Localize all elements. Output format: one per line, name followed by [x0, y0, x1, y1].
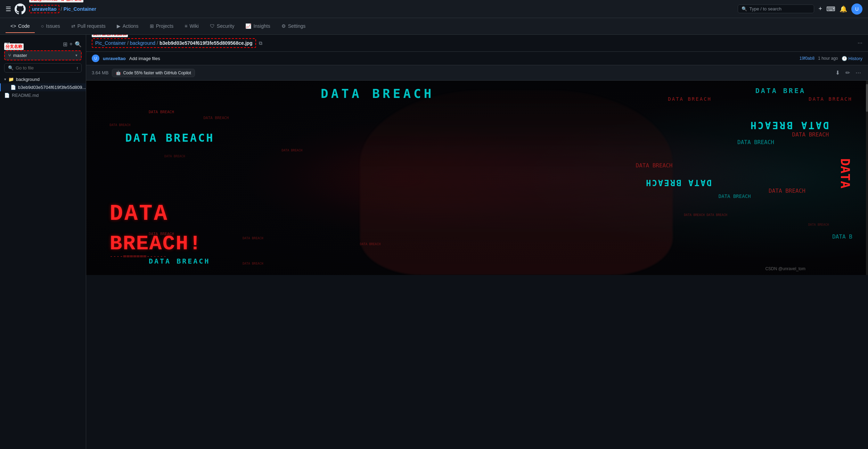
sidebar-add-icon[interactable]: + — [69, 41, 73, 48]
image-viewer: DATA BREACH DATA BREA DATA BREACH DATA B… — [86, 81, 868, 275]
breach-small-2: DATA BREACH — [809, 96, 852, 102]
tab-code[interactable]: <> Code — [6, 20, 35, 33]
breach-mirror-2: DATA BREACH — [645, 178, 712, 188]
commit-hash[interactable]: 19f0ab8 — [800, 56, 814, 61]
breach-center-left: DATA BREACH — [125, 131, 214, 144]
breach-left-3: DATA BREACH — [110, 123, 131, 127]
go-to-file-shortcut: t — [77, 66, 78, 70]
tab-wiki[interactable]: ≡ Wiki — [180, 20, 204, 33]
tab-actions-label: Actions — [123, 23, 139, 29]
tab-settings-label: Settings — [288, 23, 306, 29]
copilot-text: Code 55% faster with GitHub Copilot — [123, 70, 191, 75]
branch-name: master — [13, 53, 27, 58]
commit-author-avatar: U — [92, 55, 99, 62]
tab-security[interactable]: 🛡 Security — [205, 20, 239, 33]
file-size: 3.64 MB — [92, 70, 108, 75]
hamburger-icon[interactable]: ☰ — [6, 5, 11, 13]
avatar[interactable]: U — [851, 3, 862, 15]
history-link[interactable]: 🕐 History — [842, 56, 862, 61]
tab-pull-requests-label: Pull requests — [77, 23, 106, 29]
commit-meta: 19f0ab8 1 hour ago 🕐 History — [800, 56, 862, 61]
branch-icon: ⑂ — [8, 53, 11, 58]
search-icon: 🔍 — [8, 65, 14, 70]
breadcrumb-pic-container[interactable]: Pic_Container — [95, 40, 126, 46]
download-icon[interactable]: ⬇ — [834, 68, 841, 77]
breach-right-vertical: DATA — [838, 158, 852, 189]
commit-author[interactable]: unraveltao — [103, 56, 126, 61]
content-area: Pic_Container / background / b3eb9d03e57… — [86, 35, 868, 449]
commit-message: Add image files — [129, 56, 160, 61]
tab-insights[interactable]: 📈 Insights — [240, 20, 275, 33]
commit-time: 1 hour ago — [818, 56, 838, 61]
breadcrumb-reponame[interactable]: Pic_Container — [64, 6, 96, 12]
sidebar-expand-icon[interactable]: ⊞ — [63, 41, 67, 48]
copilot-icon: 🤖 — [116, 70, 121, 75]
go-to-file-input[interactable] — [16, 65, 75, 70]
folder-chevron-icon: ▾ — [4, 77, 6, 82]
breach-scattered-r1: DATA BREACH DATA BREACH — [684, 213, 727, 217]
tab-settings[interactable]: ⚙ Settings — [277, 20, 311, 33]
branch-selector[interactable]: ⑂ master ▾ — [4, 50, 82, 60]
breach-right-55: DATA BREACH — [769, 188, 805, 194]
readme-name: README.md — [12, 93, 39, 98]
tab-security-label: Security — [217, 23, 235, 29]
scrollbar-thumb[interactable] — [866, 84, 868, 112]
breach-small-scattered-1: DATA BREACH — [282, 149, 303, 152]
tab-actions[interactable]: ▶ Actions — [112, 20, 144, 33]
file-readme[interactable]: 📄 README.md — [0, 91, 86, 99]
plus-icon[interactable]: + — [818, 5, 822, 13]
csdn-watermark: CSDN @unravel_tom — [765, 266, 805, 271]
breadcrumb-filename: b3eb9d03e5704f619f3fe55d809568ce.jpg — [159, 40, 253, 46]
annotation-username: 我的github用户名 — [29, 0, 66, 2]
breadcrumb-separator: / — [61, 6, 62, 12]
more-file-icon[interactable]: ⋯ — [854, 68, 862, 77]
copilot-badge[interactable]: 🤖 Code 55% faster with GitHub Copilot — [112, 69, 195, 77]
breadcrumb-background[interactable]: background — [130, 40, 155, 46]
tab-pull-requests[interactable]: ⇄ Pull requests — [66, 20, 110, 33]
search-placeholder: Type / to search — [749, 6, 781, 11]
sidebar-search-icon[interactable]: 🔍 — [75, 41, 82, 48]
topbar-icons: + ⌨ 🔔 — [818, 5, 847, 13]
edit-icon[interactable]: ✏ — [844, 68, 851, 77]
path-sep-1: / — [127, 40, 129, 46]
figure-silhouette — [360, 90, 673, 275]
sidebar: Files ⊞ + 🔍 ⑂ master ▾ 分支名称 🔍 t ▾ 📁 — [0, 35, 86, 449]
annotation-reponame: 仓库名称 — [64, 0, 83, 2]
tab-insights-label: Insights — [253, 23, 270, 29]
topbar-right: 🔍 Type / to search + ⌨ 🔔 U — [738, 3, 862, 15]
breach-huge-bottom: DATA — [110, 201, 169, 226]
breach-bottom-small-2: DATA BREACH — [360, 242, 381, 246]
history-label: History — [849, 56, 862, 61]
title-top-right: DATA BREA — [755, 86, 805, 95]
file-breadcrumb-wrapper: Pic_Container / background / b3eb9d03e57… — [92, 38, 256, 48]
breadcrumb-username[interactable]: unraveltao — [29, 5, 59, 13]
go-to-file-input-wrapper[interactable]: 🔍 t — [4, 63, 82, 73]
github-logo[interactable] — [15, 3, 26, 15]
breach-bottom-right: DATA B — [832, 233, 852, 240]
more-options-icon[interactable]: ⋯ — [858, 40, 862, 46]
folder-background[interactable]: ▾ 📁 background — [0, 75, 86, 83]
branch-selector-wrapper: ⑂ master ▾ 分支名称 — [4, 50, 82, 60]
security-icon: 🛡 — [210, 23, 215, 29]
scrollbar-track — [866, 81, 868, 275]
file-image[interactable]: 📄 b3eb9d03e5704f619f3fe55d809... — [0, 83, 86, 91]
breach-mirror-right: DATA BREACH — [749, 119, 829, 131]
breach-bottom-small-center: DATA BREACH — [243, 262, 263, 265]
notification-icon[interactable]: 🔔 — [840, 5, 847, 13]
breach-right-normal: DATA BREACH — [737, 139, 774, 145]
tab-projects[interactable]: ⊞ Projects — [145, 20, 179, 33]
copy-path-icon[interactable]: ⧉ — [259, 40, 262, 46]
readme-icon: 📄 — [4, 93, 10, 98]
data-breach-image: DATA BREACH DATA BREA DATA BREACH DATA B… — [86, 81, 868, 275]
annotation-branch: 分支名称 — [4, 43, 24, 50]
breach-left-1: DATA BREACH — [149, 110, 174, 114]
tab-issues[interactable]: ○ Issues — [36, 20, 65, 33]
file-actions: ⬇ ✏ ⋯ — [834, 68, 862, 77]
topbar-left: ☰ unraveltao / Pic_Container 我的github用户名… — [6, 3, 96, 15]
breach-left-2: DATA BREACH — [204, 116, 229, 120]
pull-requests-icon: ⇄ — [71, 23, 75, 29]
tab-code-label: Code — [18, 23, 30, 29]
terminal-icon[interactable]: ⌨ — [826, 5, 835, 13]
search-box[interactable]: 🔍 Type / to search — [738, 5, 814, 13]
file-icon: 📄 — [10, 85, 16, 90]
